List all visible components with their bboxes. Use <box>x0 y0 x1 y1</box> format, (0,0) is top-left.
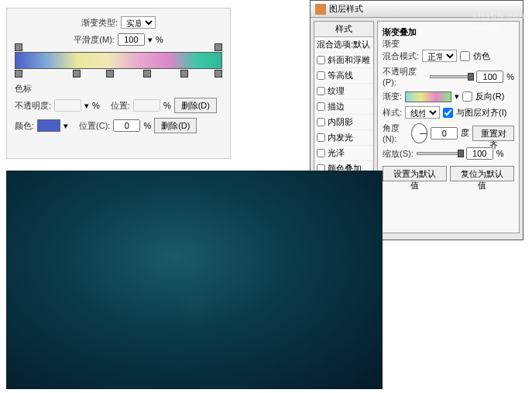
color-stop[interactable] <box>143 70 151 78</box>
color-stop[interactable] <box>180 70 188 78</box>
style-checkbox[interactable] <box>317 87 325 95</box>
arrow-down-icon: ▾ <box>84 101 89 111</box>
style-select[interactable]: 线性 <box>405 106 440 119</box>
color-swatch[interactable] <box>37 119 60 132</box>
stop-opacity-input[interactable] <box>54 99 81 112</box>
grad-type-select[interactable]: 实底 <box>121 16 156 29</box>
opacity-label: 不透明度(P): <box>383 66 427 87</box>
style-item-4[interactable]: 内阴影 <box>314 115 373 130</box>
color-stop[interactable] <box>15 70 22 78</box>
dialog-title: 图层样式 <box>329 3 363 15</box>
opacity-input[interactable] <box>476 71 503 83</box>
reset-default-button[interactable]: 复位为默认值 <box>450 166 514 181</box>
dither-checkbox[interactable] <box>460 51 470 61</box>
color-stop[interactable] <box>106 70 114 78</box>
style-checkbox[interactable] <box>317 133 325 142</box>
color-stop[interactable] <box>73 70 81 78</box>
style-checkbox[interactable] <box>317 118 325 126</box>
blend-mode-select[interactable]: 正常 <box>422 50 457 62</box>
style-item-3[interactable]: 描边 <box>314 99 373 115</box>
blend-mode-label: 混合模式: <box>383 50 419 62</box>
stop-pos2-label: 位置(C): <box>79 120 110 132</box>
stops-section-label: 色标 <box>15 83 222 95</box>
style-checkbox[interactable] <box>317 102 325 111</box>
stop-opacity-label: 不透明度: <box>15 100 51 112</box>
stop-pos1-label: 位置: <box>111 100 130 112</box>
opacity-slider[interactable] <box>430 75 473 78</box>
scale-label: 缩放(S): <box>383 148 414 160</box>
result-preview-image: ifeiwu <box>6 171 383 389</box>
smoothness-label: 平滑度(M): <box>74 34 115 46</box>
arrow-down-icon[interactable]: ▾ <box>63 121 68 131</box>
style-label: 样式: <box>383 107 402 119</box>
gradient-preview-bar[interactable] <box>15 52 222 69</box>
scale-slider[interactable] <box>417 152 463 155</box>
gradient-picker[interactable] <box>405 91 451 102</box>
gradient-editor-panel: 渐变类型: 实底 平滑度(M): ▾ % 色标 不透明度: ▾% 位置: % 删… <box>6 8 231 159</box>
arrow-down-icon[interactable]: ▾ <box>455 91 459 102</box>
style-checkbox[interactable] <box>317 56 325 64</box>
style-checkbox[interactable] <box>317 149 325 157</box>
angle-dial[interactable] <box>411 123 428 143</box>
gradient-label: 渐变: <box>383 91 402 102</box>
delete-stop-button-2[interactable]: 删除(D) <box>154 118 197 133</box>
reset-align-button[interactable]: 重置对齐 <box>472 126 514 141</box>
align-checkbox[interactable] <box>443 108 453 118</box>
styles-list-header: 样式 <box>314 22 373 37</box>
watermark: ▸ItsCN.com 网络之家 <box>473 3 527 33</box>
style-checkbox[interactable] <box>317 71 325 80</box>
color-stop[interactable] <box>215 70 222 78</box>
app-icon <box>315 4 326 15</box>
smoothness-input[interactable] <box>118 33 145 46</box>
glow-text: ifeiwu <box>194 231 195 329</box>
scale-input[interactable] <box>466 147 493 160</box>
panel-subtitle: 渐变 <box>383 38 514 50</box>
delete-stop-button[interactable]: 删除(D) <box>174 98 217 113</box>
blend-options-item[interactable]: 混合选项:默认 <box>314 37 373 53</box>
gradient-overlay-panel: 渐变叠加 渐变 混合模式: 正常 仿色 不透明度(P): % 渐变: ▾ 反向(… <box>377 21 520 233</box>
angle-input[interactable] <box>431 127 458 140</box>
style-item-6[interactable]: 光泽 <box>314 146 373 161</box>
gradient-bar[interactable] <box>15 52 222 69</box>
play-icon: ▸ <box>473 11 479 20</box>
angle-label: 角度(N): <box>383 122 408 143</box>
style-item-5[interactable]: 内发光 <box>314 130 373 146</box>
stop-pos1-input[interactable] <box>133 99 160 112</box>
stop-color-label: 颜色: <box>15 120 34 132</box>
reverse-checkbox[interactable] <box>462 91 472 102</box>
style-item-1[interactable]: 等高线 <box>314 68 373 84</box>
grad-type-label: 渐变类型: <box>81 17 118 29</box>
style-item-0[interactable]: 斜面和浮雕 <box>314 53 373 68</box>
arrow-down-icon[interactable]: ▾ <box>148 35 153 45</box>
make-default-button[interactable]: 设置为默认值 <box>383 166 447 181</box>
stop-pos2-input[interactable] <box>113 119 140 132</box>
style-item-2[interactable]: 纹理 <box>314 84 373 99</box>
opacity-stop[interactable] <box>15 43 22 51</box>
percent-label: % <box>156 35 163 44</box>
opacity-stop[interactable] <box>215 43 222 51</box>
